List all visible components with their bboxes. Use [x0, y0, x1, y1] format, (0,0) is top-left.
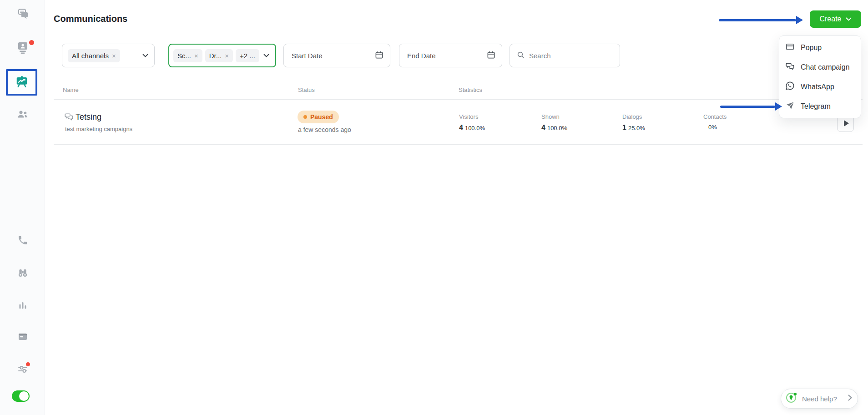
play-icon: [844, 120, 849, 127]
search-field[interactable]: [510, 44, 620, 67]
end-date-input[interactable]: [407, 52, 487, 60]
stat-shown: Shown 4100.0%: [541, 113, 567, 132]
stat-percent: 0%: [708, 124, 717, 131]
communications-page: Communications Create All channels × Sc.…: [0, 0, 868, 415]
availability-toggle[interactable]: [12, 390, 30, 402]
settings-notification-dot: [26, 362, 30, 366]
status-timestamp: a few seconds ago: [298, 126, 351, 133]
phone-icon: [17, 235, 28, 246]
stat-label: Visitors: [459, 113, 485, 120]
menu-item-label: Popup: [801, 44, 822, 52]
binoculars-icon: [17, 268, 29, 278]
stat-dialogs: Dialogs 125.0%: [622, 113, 645, 132]
sidebar-item-visitors[interactable]: [0, 109, 45, 120]
chevron-right-icon: [848, 395, 852, 403]
people-icon: [16, 109, 29, 120]
chevron-down-icon: [846, 15, 852, 23]
stat-percent: 25.0%: [628, 125, 645, 132]
campaigns-icon: [15, 75, 29, 90]
start-date-input[interactable]: [292, 52, 375, 60]
status-dot-icon: [303, 115, 307, 119]
stat-percent: 100.0%: [465, 125, 485, 132]
table-row-divider: [54, 144, 863, 145]
bar-chart-icon: [17, 300, 28, 311]
chevron-down-icon: [263, 51, 269, 60]
sidebar-item-contacts[interactable]: [0, 41, 45, 55]
status-badge: Paused: [298, 111, 339, 123]
sidebar-item-conversations[interactable]: [0, 8, 45, 20]
type-filter[interactable]: Sc... × Dr... × +2 ...: [168, 44, 276, 67]
telegram-icon: [785, 101, 795, 112]
column-header-name: Name: [63, 86, 79, 93]
stat-value: 4: [541, 124, 545, 132]
search-input[interactable]: [529, 52, 613, 60]
sidebar-item-billing[interactable]: [0, 331, 45, 342]
menu-item-popup[interactable]: Popup: [779, 38, 861, 57]
start-date-field[interactable]: [283, 44, 390, 67]
type-filter-chip-1: Sc... ×: [173, 49, 202, 62]
remove-chip-icon[interactable]: ×: [225, 52, 229, 59]
sidebar-item-calls[interactable]: [0, 235, 45, 246]
credit-card-icon: [17, 331, 28, 342]
sidebar-item-tracking[interactable]: [0, 268, 45, 278]
remove-chip-icon[interactable]: ×: [112, 52, 116, 59]
create-menu: Popup Chat campaign WhatsApp Telegram: [779, 35, 861, 118]
toggle-knob: [19, 391, 29, 401]
annotation-arrow-create: [719, 16, 803, 24]
sidebar-item-reports[interactable]: [0, 300, 45, 311]
stat-value: 4: [459, 124, 463, 132]
end-date-field[interactable]: [399, 44, 502, 67]
help-bulb-icon: [785, 391, 798, 406]
whatsapp-icon: [785, 81, 795, 92]
page-title: Communications: [54, 14, 127, 24]
chevron-down-icon: [142, 51, 148, 60]
create-button-label: Create: [819, 15, 841, 23]
stat-contacts: Contacts 0%: [703, 113, 727, 131]
popup-icon: [785, 42, 795, 53]
channels-filter-chip: All channels ×: [68, 49, 120, 62]
sidebar-item-campaigns[interactable]: [6, 69, 37, 96]
type-filter-chip-2: Dr... ×: [205, 49, 233, 62]
table-header-divider: [54, 99, 863, 100]
stat-label: Shown: [541, 113, 567, 120]
stat-visitors: Visitors 4100.0%: [459, 113, 485, 132]
need-help-button[interactable]: Need help?: [781, 389, 858, 409]
type-chip-label: +2 ...: [240, 52, 255, 60]
status-label: Paused: [310, 113, 333, 121]
remove-chip-icon[interactable]: ×: [194, 52, 198, 59]
sidebar-item-settings[interactable]: [0, 364, 45, 375]
column-header-statistics: Statistics: [459, 86, 482, 93]
column-header-status: Status: [298, 86, 315, 93]
need-help-label: Need help?: [802, 395, 844, 403]
stat-label: Dialogs: [622, 113, 645, 120]
contacts-notification-dot: [29, 40, 34, 45]
annotation-arrow-telegram: [720, 102, 782, 111]
menu-item-telegram[interactable]: Telegram: [779, 96, 861, 116]
menu-item-label: Chat campaign: [801, 63, 850, 71]
chat-campaign-icon: [785, 62, 795, 73]
channels-filter[interactable]: All channels ×: [62, 44, 155, 67]
campaign-name[interactable]: Tetsing: [76, 112, 101, 122]
chat-campaign-type-icon: [64, 112, 74, 123]
menu-item-chat-campaign[interactable]: Chat campaign: [779, 57, 861, 77]
menu-item-label: Telegram: [801, 102, 831, 111]
type-chip-label: Sc...: [177, 52, 191, 60]
type-chip-label: Dr...: [209, 52, 222, 60]
calendar-icon: [375, 51, 384, 61]
campaign-subtitle: test marketing campaigns: [65, 126, 132, 132]
conversations-icon: [17, 8, 29, 20]
calendar-icon: [487, 51, 495, 61]
menu-item-label: WhatsApp: [801, 83, 834, 91]
search-icon: [517, 51, 525, 61]
channels-chip-label: All channels: [72, 52, 109, 60]
stat-value: 1: [622, 124, 626, 132]
stat-label: Contacts: [703, 113, 727, 120]
create-button[interactable]: Create: [810, 10, 861, 28]
stat-percent: 100.0%: [547, 125, 567, 132]
sidebar: [0, 0, 45, 415]
menu-item-whatsapp[interactable]: WhatsApp: [779, 77, 861, 96]
type-filter-chip-more: +2 ...: [236, 49, 259, 62]
contact-card-icon: [16, 41, 29, 55]
